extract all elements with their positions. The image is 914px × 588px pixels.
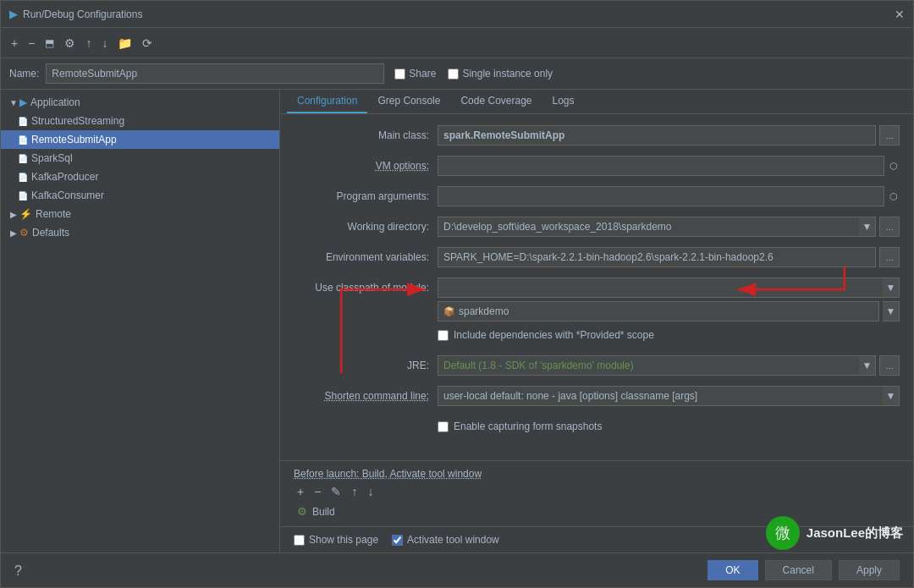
tab-code-coverage[interactable]: Code Coverage [450,90,542,113]
sidebar: ▼ ▶ Application 📄 StructuredStreaming 📄 … [1,90,280,552]
enable-capturing-wrap: Enable capturing form snapshots [438,420,602,432]
classpath-dropdown-btn[interactable]: ▼ [883,278,900,298]
include-deps-row: Include dependencies with *Provided* sco… [294,324,900,346]
window-title: Run/Debug Configurations [23,8,895,20]
sidebar-item-sparksql[interactable]: 📄 SparkSql [1,149,279,168]
program-args-row: Program arguments: ⬡ [294,185,900,207]
classpath-dropdown: ▼ [438,278,900,298]
jre-label: JRE: [294,360,438,371]
share-checkbox-label[interactable]: Share [394,68,436,80]
vm-options-input[interactable] [438,156,884,176]
tab-logs[interactable]: Logs [542,90,585,113]
watermark: 微 JasonLee的博客 [766,516,903,550]
working-dir-dropdown: ▼ [438,217,876,237]
before-launch-up[interactable]: ↑ [348,485,361,498]
expand-icon-remote: ▶ [8,210,19,219]
env-vars-input[interactable] [438,247,876,267]
before-launch-title[interactable]: Before launch: Build, Activate tool wind… [294,468,900,480]
main-class-row: Main class: ... [294,124,900,146]
sidebar-item-kafkaconsumer[interactable]: 📄 KafkaConsumer [1,186,279,205]
tabs: Configuration Grep Console Code Coverage… [280,90,913,114]
classpath-row: Use classpath of module: ▼ [294,277,900,299]
config-area: Main class: ... VM options: ⬡ [280,114,913,460]
include-deps-wrap: Include dependencies with *Provided* sco… [438,329,654,341]
classpath-label: Use classpath of module: [294,282,438,294]
module-name: sparkdemo [459,305,509,317]
sidebar-item-remotesubmitapp[interactable]: 📄 RemoteSubmitApp [1,130,279,149]
before-launch-add[interactable]: + [294,485,307,498]
activate-window-label[interactable]: Activate tool window [392,534,499,546]
shorten-cmd-input[interactable] [438,386,900,406]
apply-button[interactable]: Apply [839,560,900,580]
move-up-button[interactable]: ↑ [82,35,95,52]
single-instance-checkbox[interactable] [448,69,459,80]
jre-dropdown-btn[interactable]: ▼ [859,355,876,376]
main-class-browse-button[interactable]: ... [879,125,900,146]
classpath-input[interactable] [438,278,900,298]
close-button[interactable]: ✕ [895,8,905,21]
ok-button[interactable]: OK [708,560,757,580]
tab-configuration[interactable]: Configuration [287,90,367,113]
jre-browse-button[interactable]: ... [879,355,900,376]
program-args-expand[interactable]: ⬡ [888,191,900,202]
main-class-input[interactable] [438,125,876,146]
copy-button[interactable]: ⬒ [41,36,58,51]
sidebar-item-kafkaproducer[interactable]: 📄 KafkaProducer [1,168,279,186]
move-down-button[interactable]: ↓ [98,35,111,52]
working-dir-input[interactable] [438,217,876,237]
jre-input[interactable] [438,355,876,376]
shorten-cmd-label: Shorten command line: [294,390,438,402]
name-row: Name: Share Single instance only [1,58,913,90]
working-dir-browse-button[interactable]: ... [879,217,900,237]
settings-button[interactable]: ⚙ [61,35,79,52]
shorten-cmd-dropdown: ▼ [438,386,900,406]
working-dir-controls: ▼ ... [438,217,900,237]
sidebar-item-defaults[interactable]: ▶ ⚙ Defaults [1,223,279,242]
vm-options-row: VM options: ⬡ [294,155,900,177]
program-args-controls: ⬡ [438,186,900,206]
folder-button[interactable]: 📁 [114,35,135,52]
program-args-label: Program arguments: [294,190,438,202]
vm-options-label: VM options: [294,160,438,172]
defaults-icon: ⚙ [19,227,29,239]
vm-options-expand[interactable]: ⬡ [888,161,900,172]
before-launch-toolbar: + − ✎ ↑ ↓ [294,485,900,498]
name-input[interactable] [46,63,384,84]
sidebar-item-remote[interactable]: ▶ ⚡ Remote [1,205,279,223]
show-page-label[interactable]: Show this page [294,534,378,546]
env-vars-browse-button[interactable]: ... [879,247,900,267]
refresh-button[interactable]: ⟳ [139,35,156,52]
before-launch-remove[interactable]: − [311,485,324,498]
name-label: Name: [9,68,39,80]
share-area: Share Single instance only [394,68,553,80]
classpath-value-row: 📦 sparkdemo ▼ [294,300,900,322]
share-checkbox[interactable] [394,69,405,80]
sidebar-item-application[interactable]: ▼ ▶ Application [1,93,279,112]
shorten-cmd-row: Shorten command line: ▼ [294,385,900,407]
include-deps-checkbox[interactable] [438,330,449,341]
module-icon: 📦 [443,306,455,317]
remote-icon: ⚡ [19,208,32,220]
remove-button[interactable]: − [25,35,38,52]
main-class-label: Main class: [294,129,438,141]
shorten-cmd-dropdown-btn[interactable]: ▼ [883,386,900,406]
main-class-controls: ... [438,125,900,146]
show-page-text: Show this page [309,534,378,546]
sidebar-item-structuredstreaming[interactable]: 📄 StructuredStreaming [1,112,279,130]
build-label: Build [312,506,335,518]
before-launch-edit[interactable]: ✎ [328,485,344,498]
before-launch-down[interactable]: ↓ [364,485,377,498]
tab-grep-console[interactable]: Grep Console [367,90,450,113]
add-button[interactable]: + [8,35,21,52]
module-dropdown-btn[interactable]: ▼ [883,301,900,321]
program-args-input[interactable] [438,186,884,206]
working-dir-dropdown-btn[interactable]: ▼ [859,217,876,237]
activate-window-checkbox[interactable] [392,535,403,546]
enable-capturing-checkbox[interactable] [438,421,449,432]
file-icon-spark: 📄 [18,154,28,163]
file-icon-selected: 📄 [18,135,28,145]
help-button[interactable]: ? [14,563,22,579]
single-instance-checkbox-label[interactable]: Single instance only [448,68,553,80]
cancel-button[interactable]: Cancel [765,560,832,580]
show-page-checkbox[interactable] [294,535,305,546]
